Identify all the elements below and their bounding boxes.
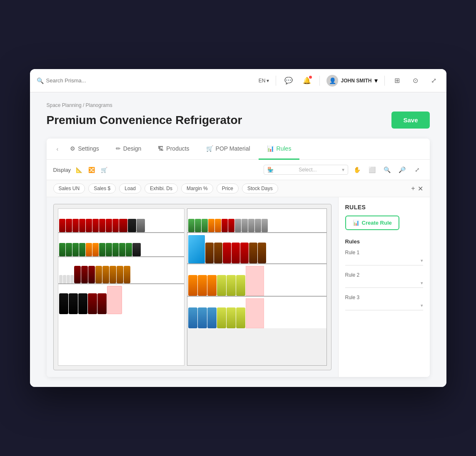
shelf-row-3	[58, 257, 184, 284]
layout-icon[interactable]: 🔀	[87, 165, 97, 175]
search-area: 🔍	[37, 77, 128, 84]
rule-item-1: Rule 1 ▾	[345, 250, 423, 265]
top-bar-right: EN ▾ 💬 🔔 👤 JOHN SMITH ▾ ⊞	[259, 75, 440, 87]
divider3	[384, 76, 385, 86]
tab-design[interactable]: ✏ Design	[107, 139, 150, 160]
products-icon: 🏗	[158, 145, 164, 152]
right-panel: RULES 📊 Create Rule Rules Rule 1 ▾ Rule …	[338, 197, 430, 377]
toolbar-right: 🏪 Select... ▾ ✋ ⬜ 🔍 🔎 ⤢	[264, 164, 423, 176]
tab-settings[interactable]: ⚙ Settings	[62, 139, 107, 160]
right-shelf-3	[187, 264, 326, 297]
main-card: ‹ ⚙ Settings ✏ Design 🏗 Products 🛒 POP M…	[47, 139, 430, 377]
cart-icon[interactable]: 🛒	[99, 165, 109, 175]
grid-icon-button[interactable]: ⊞	[391, 75, 403, 87]
user-name: JOHN SMITH	[341, 78, 371, 84]
tab-rules[interactable]: 📊 Rules	[259, 139, 300, 160]
expand-icon-button[interactable]: ⤢	[428, 75, 440, 87]
right-shelf-4	[187, 297, 326, 328]
rule-2-dropdown-arrow[interactable]: ▾	[421, 280, 423, 286]
messages-icon-button[interactable]: 💬	[283, 75, 294, 87]
close-filter-button[interactable]: ✕	[418, 185, 423, 193]
rules-icon: 📊	[267, 145, 274, 152]
tab-back-button[interactable]: ‹	[53, 139, 62, 159]
chat-icon: 💬	[284, 77, 293, 84]
settings-icon: ⚙	[70, 145, 75, 152]
help-icon: ⊙	[413, 77, 418, 84]
rule-item-3: Rule 3 ▾	[345, 295, 423, 310]
select-icon: 🏪	[267, 167, 274, 173]
rule-1-label: Rule 1	[345, 250, 423, 255]
shelf-row-2	[58, 233, 184, 257]
page-title: Premium Convenience Refrigerator	[47, 114, 242, 127]
ruler-icon[interactable]: 📐	[74, 165, 84, 175]
filter-load[interactable]: Load	[119, 183, 141, 193]
divider2	[319, 76, 320, 86]
planogram-area	[47, 197, 338, 377]
page-content: Space Planning / Planograms Premium Conv…	[30, 92, 446, 387]
expand-icon: ⤢	[431, 77, 436, 84]
frame-button[interactable]: ⬜	[366, 164, 378, 176]
tabs-bar: ‹ ⚙ Settings ✏ Design 🏗 Products 🛒 POP M…	[47, 139, 430, 160]
search-input[interactable]	[46, 77, 113, 84]
filter-bar: Sales UN Sales $ Load Exhibi. Ds Margin …	[47, 180, 430, 197]
shelf-row-1	[58, 209, 184, 233]
tab-products[interactable]: 🏗 Products	[150, 139, 197, 160]
user-menu[interactable]: 👤 JOHN SMITH ▾	[326, 75, 377, 87]
rule-1-dropdown-arrow[interactable]: ▾	[421, 258, 423, 263]
user-chevron-icon: ▾	[374, 77, 378, 84]
search-icon: 🔍	[37, 77, 44, 84]
page-header: Premium Convenience Refrigerator Save	[47, 112, 430, 129]
create-rule-button[interactable]: 📊 Create Rule	[345, 216, 399, 230]
filter-margin[interactable]: Margin %	[181, 183, 213, 193]
tab-pop-material[interactable]: 🛒 POP Material	[198, 139, 259, 160]
rule-2-label: Rule 2	[345, 272, 423, 278]
avatar: 👤	[326, 75, 338, 87]
rule-3-label: Rule 3	[345, 295, 423, 300]
rule-item-2: Rule 2 ▾	[345, 272, 423, 288]
rules-section-title: Rules	[345, 238, 423, 245]
rules-bar-icon: 📊	[353, 220, 359, 226]
grid-icon: ⊞	[394, 77, 400, 84]
browser-window: 🔍 EN ▾ 💬 🔔 👤 JOHN SMITH ▾	[30, 69, 446, 387]
top-bar: 🔍 EN ▾ 💬 🔔 👤 JOHN SMITH ▾	[30, 69, 446, 92]
breadcrumb: Space Planning / Planograms	[47, 102, 430, 108]
right-shelf-2	[187, 233, 326, 264]
rule-3-dropdown-arrow[interactable]: ▾	[421, 303, 423, 308]
filter-sales-dollar[interactable]: Sales $	[88, 183, 116, 193]
notifications-icon-button[interactable]: 🔔	[301, 75, 313, 87]
poster-display	[188, 235, 205, 263]
toolbar-icons: 📐 🔀 🛒	[74, 165, 109, 175]
chevron-down-icon: ▾	[267, 78, 269, 84]
filter-sales-un[interactable]: Sales UN	[53, 183, 85, 193]
toolbar: Display 📐 🔀 🛒 🏪 Select... ▾ ✋ ⬜ 🔍 🔎	[47, 160, 430, 180]
user-icon: 👤	[329, 77, 336, 84]
left-shelf-section	[58, 208, 185, 366]
right-shelf-1	[187, 209, 326, 233]
zoom-in-button[interactable]: 🔍	[381, 164, 393, 176]
fullscreen-button[interactable]: ⤢	[411, 164, 423, 176]
filter-exhibi-ds[interactable]: Exhibi. Ds	[145, 183, 178, 193]
filter-bar-right: + ✕	[411, 185, 423, 193]
add-filter-button[interactable]: +	[411, 185, 415, 192]
pop-icon: 🛒	[206, 145, 213, 152]
right-shelf-section	[187, 208, 326, 366]
breadcrumb-item-2[interactable]: Planograms	[86, 102, 112, 108]
zoom-out-button[interactable]: 🔎	[396, 164, 408, 176]
language-selector[interactable]: EN ▾	[259, 78, 269, 84]
breadcrumb-item-1[interactable]: Space Planning	[47, 102, 82, 108]
dropdown-chevron: ▾	[342, 167, 344, 173]
help-icon-button[interactable]: ⊙	[410, 75, 421, 87]
product-select[interactable]: 🏪 Select... ▾	[264, 165, 348, 175]
display-label: Display	[53, 167, 71, 173]
rules-panel-title: RULES	[345, 204, 423, 211]
breadcrumb-separator: /	[83, 102, 86, 108]
notification-badge	[309, 76, 312, 79]
shelf-row-4	[58, 284, 184, 314]
save-button[interactable]: Save	[391, 112, 429, 129]
hand-tool-button[interactable]: ✋	[351, 164, 363, 176]
filter-price[interactable]: Price	[217, 183, 239, 193]
design-icon: ✏	[116, 145, 121, 152]
divider	[276, 76, 276, 86]
filter-stock-days[interactable]: Stock Days	[242, 183, 278, 193]
content-area: RULES 📊 Create Rule Rules Rule 1 ▾ Rule …	[47, 197, 430, 377]
